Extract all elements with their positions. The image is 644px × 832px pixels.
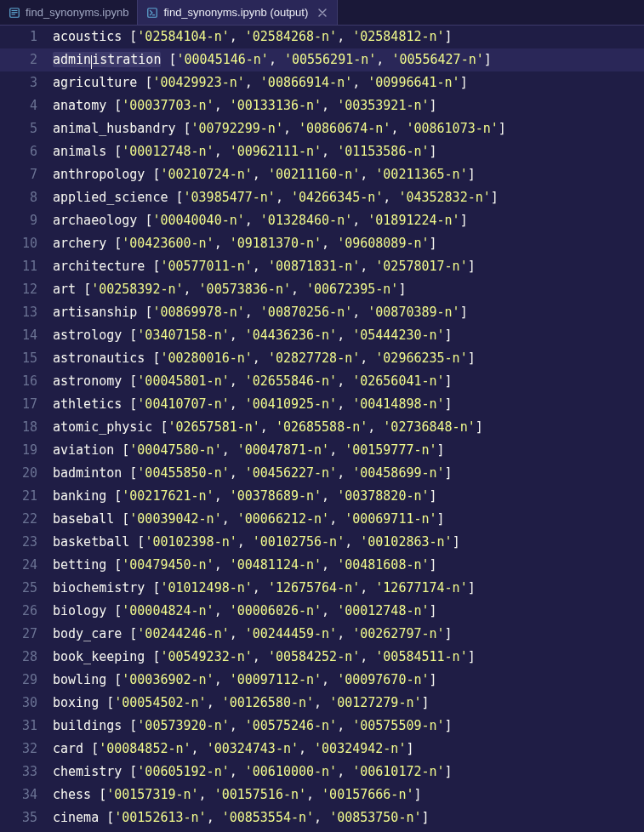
line-number: 11 [0, 255, 53, 278]
code-line[interactable]: 4anatomy ['00037703-n', '00133136-n', '0… [0, 94, 644, 117]
line-number: 8 [0, 186, 53, 209]
code-line[interactable]: 26biology ['00004824-n', '00006026-n', '… [0, 600, 644, 623]
code-line[interactable]: 24betting ['00479450-n', '00481124-n', '… [0, 554, 644, 577]
code-line[interactable]: 25biochemistry ['01012498-n', '12675764-… [0, 577, 644, 600]
code-content[interactable]: astronomy ['00045801-n', '02655846-n', '… [53, 370, 644, 393]
line-number: 18 [0, 416, 53, 439]
line-number: 22 [0, 508, 53, 531]
line-number: 25 [0, 577, 53, 600]
code-line[interactable]: 28book_keeping ['00549232-n', '00584252-… [0, 646, 644, 669]
editor[interactable]: 1acoustics ['02584104-n', '02584268-n', … [0, 26, 644, 829]
code-content[interactable]: anatomy ['00037703-n', '00133136-n', '00… [53, 94, 644, 117]
code-line[interactable]: 10archery ['00423600-n', '09181370-n', '… [0, 232, 644, 255]
line-number: 30 [0, 692, 53, 715]
code-content[interactable]: archery ['00423600-n', '09181370-n', '09… [53, 232, 644, 255]
code-content[interactable]: body_care ['00244246-n', '00244459-n', '… [53, 623, 644, 646]
code-content[interactable]: applied_science ['03985477-n', '04266345… [53, 186, 644, 209]
text-caret [91, 55, 92, 69]
code-line[interactable]: 19aviation ['00047580-n', '00047871-n', … [0, 439, 644, 462]
code-line[interactable]: 32card ['00084852-n', '00324743-n', '003… [0, 738, 644, 761]
code-content[interactable]: boxing ['00054502-n', '00126580-n', '001… [53, 692, 644, 715]
line-number: 5 [0, 117, 53, 140]
code-content[interactable]: banking ['00217621-n', '00378689-n', '00… [53, 485, 644, 508]
tab-label: find_synonyms.ipynb (output) [163, 6, 308, 19]
code-line[interactable]: 22baseball ['00039042-n', '00066212-n', … [0, 508, 644, 531]
code-line[interactable]: 11architecture ['00577011-n', '00871831-… [0, 255, 644, 278]
code-content[interactable]: astrology ['03407158-n', '04436236-n', '… [53, 324, 644, 347]
code-content[interactable]: chemistry ['00605192-n', '00610000-n', '… [53, 761, 644, 784]
code-line[interactable]: 17athletics ['00410707-n', '00410925-n',… [0, 393, 644, 416]
code-content[interactable]: betting ['00479450-n', '00481124-n', '00… [53, 554, 644, 577]
line-number: 24 [0, 554, 53, 577]
code-content[interactable]: agriculture ['00429923-n', '00866914-n',… [53, 71, 644, 94]
code-line[interactable]: 35cinema ['00152613-n', '00853554-n', '0… [0, 806, 644, 829]
line-number: 15 [0, 347, 53, 370]
line-number: 20 [0, 462, 53, 485]
code-line[interactable]: 3agriculture ['00429923-n', '00866914-n'… [0, 71, 644, 94]
code-content[interactable]: aviation ['00047580-n', '00047871-n', '0… [53, 439, 644, 462]
code-content[interactable]: buildings ['00573920-n', '00575246-n', '… [53, 715, 644, 738]
line-number: 2 [0, 48, 53, 71]
line-number: 16 [0, 370, 53, 393]
line-number: 34 [0, 784, 53, 806]
code-content[interactable]: card ['00084852-n', '00324743-n', '00324… [53, 738, 644, 761]
code-line[interactable]: 29bowling ['00036902-n', '00097112-n', '… [0, 669, 644, 692]
code-content[interactable]: animal_husbandry ['00792299-n', '0086067… [53, 117, 644, 140]
code-line[interactable]: 9archaeology ['00040040-n', '01328460-n'… [0, 209, 644, 232]
line-number: 10 [0, 232, 53, 255]
code-line[interactable]: 31buildings ['00573920-n', '00575246-n',… [0, 715, 644, 738]
code-content[interactable]: baseball ['00039042-n', '00066212-n', '0… [53, 508, 644, 531]
code-content[interactable]: biochemistry ['01012498-n', '12675764-n'… [53, 577, 644, 600]
code-content[interactable]: bowling ['00036902-n', '00097112-n', '00… [53, 669, 644, 692]
code-content[interactable]: athletics ['00410707-n', '00410925-n', '… [53, 393, 644, 416]
code-content[interactable]: archaeology ['00040040-n', '01328460-n',… [53, 209, 644, 232]
line-number: 12 [0, 278, 53, 301]
line-number: 13 [0, 301, 53, 324]
code-content[interactable]: basketball ['00102398-n', '00102756-n', … [53, 531, 644, 554]
code-line[interactable]: 1acoustics ['02584104-n', '02584268-n', … [0, 26, 644, 48]
close-icon[interactable] [316, 7, 328, 19]
code-content[interactable]: anthropology ['00210724-n', '00211160-n'… [53, 163, 644, 186]
code-line[interactable]: 2administration ['00045146-n', '00556291… [0, 48, 644, 71]
code-content[interactable]: chess ['00157319-n', '00157516-n', '0015… [53, 784, 644, 806]
code-line[interactable]: 6animals ['00012748-n', '00962111-n', '0… [0, 140, 644, 163]
code-content[interactable]: cinema ['00152613-n', '00853554-n', '008… [53, 806, 644, 829]
selection: administration [53, 52, 161, 67]
line-number: 29 [0, 669, 53, 692]
code-line[interactable]: 27body_care ['00244246-n', '00244459-n',… [0, 623, 644, 646]
code-content[interactable]: artisanship ['00869978-n', '00870256-n',… [53, 301, 644, 324]
file-notebook-icon [9, 7, 20, 19]
code-content[interactable]: acoustics ['02584104-n', '02584268-n', '… [53, 26, 644, 48]
code-content[interactable]: architecture ['00577011-n', '00871831-n'… [53, 255, 644, 278]
svg-rect-1 [12, 9, 18, 10]
code-line[interactable]: 15astronautics ['00280016-n', '02827728-… [0, 347, 644, 370]
code-line[interactable]: 20badminton ['00455850-n', '00456227-n',… [0, 462, 644, 485]
code-line[interactable]: 33chemistry ['00605192-n', '00610000-n',… [0, 761, 644, 784]
code-content[interactable]: badminton ['00455850-n', '00456227-n', '… [53, 462, 644, 485]
code-content[interactable]: book_keeping ['00549232-n', '00584252-n'… [53, 646, 644, 669]
code-line[interactable]: 12art ['00258392-n', '00573836-n', '0067… [0, 278, 644, 301]
code-line[interactable]: 14astrology ['03407158-n', '04436236-n',… [0, 324, 644, 347]
code-content[interactable]: art ['00258392-n', '00573836-n', '006723… [53, 278, 644, 301]
code-line[interactable]: 5animal_husbandry ['00792299-n', '008606… [0, 117, 644, 140]
code-line[interactable]: 18atomic_physic ['02657581-n', '02685588… [0, 416, 644, 439]
line-number: 26 [0, 600, 53, 623]
code-line[interactable]: 16astronomy ['00045801-n', '02655846-n',… [0, 370, 644, 393]
code-content[interactable]: atomic_physic ['02657581-n', '02685588-n… [53, 416, 644, 439]
code-line[interactable]: 34chess ['00157319-n', '00157516-n', '00… [0, 784, 644, 806]
code-line[interactable]: 13artisanship ['00869978-n', '00870256-n… [0, 301, 644, 324]
code-line[interactable]: 7anthropology ['00210724-n', '00211160-n… [0, 163, 644, 186]
tab-output-notebook[interactable]: find_synonyms.ipynb (output) [138, 0, 338, 25]
code-line[interactable]: 30boxing ['00054502-n', '00126580-n', '0… [0, 692, 644, 715]
code-content[interactable]: administration ['00045146-n', '00556291-… [53, 48, 644, 71]
line-number: 21 [0, 485, 53, 508]
code-line[interactable]: 23basketball ['00102398-n', '00102756-n'… [0, 531, 644, 554]
line-number: 14 [0, 324, 53, 347]
line-number: 28 [0, 646, 53, 669]
code-line[interactable]: 8applied_science ['03985477-n', '0426634… [0, 186, 644, 209]
code-content[interactable]: biology ['00004824-n', '00006026-n', '00… [53, 600, 644, 623]
code-line[interactable]: 21banking ['00217621-n', '00378689-n', '… [0, 485, 644, 508]
tab-source-notebook[interactable]: find_synonyms.ipynb [0, 0, 138, 25]
code-content[interactable]: astronautics ['00280016-n', '02827728-n'… [53, 347, 644, 370]
code-content[interactable]: animals ['00012748-n', '00962111-n', '01… [53, 140, 644, 163]
